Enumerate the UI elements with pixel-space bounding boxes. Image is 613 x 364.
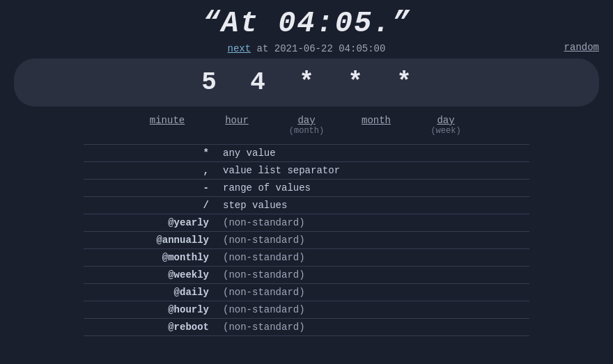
ref-row: @yearly(non-standard) <box>84 214 529 231</box>
ref-value: step values <box>223 200 287 211</box>
ref-key: - <box>84 182 223 193</box>
ref-value: (non-standard) <box>223 252 305 263</box>
next-datetime: at 2021-06-22 04:05:00 <box>257 43 386 54</box>
col-day-week-sublabel: (week) <box>411 126 481 136</box>
ref-key: @hourly <box>84 304 223 315</box>
ref-key: @reboot <box>84 322 223 333</box>
ref-key: * <box>84 148 223 159</box>
col-day-week: day (week) <box>411 115 481 136</box>
column-headers: minute hour day (month) month day (week) <box>0 115 613 136</box>
ref-row: @annually(non-standard) <box>84 231 529 248</box>
col-minute: minute <box>132 115 202 136</box>
col-day-month: day (month) <box>272 115 341 136</box>
ref-row: @reboot(non-standard) <box>84 318 529 336</box>
token-month[interactable]: * <box>341 68 369 97</box>
ref-key: / <box>84 200 223 211</box>
col-month: month <box>341 115 411 136</box>
ref-key: @monthly <box>84 252 223 263</box>
col-day-month-sublabel: (month) <box>272 126 341 136</box>
col-day-month-label[interactable]: day <box>272 115 341 126</box>
ref-row: @hourly(non-standard) <box>84 301 529 318</box>
ref-value: (non-standard) <box>223 217 305 228</box>
next-link[interactable]: next <box>228 43 251 54</box>
token-minute[interactable]: 5 <box>195 68 223 97</box>
ref-key: @daily <box>84 287 223 298</box>
ref-row: @daily(non-standard) <box>84 283 529 301</box>
ref-key: @yearly <box>84 217 223 228</box>
token-bar: 5 4 * * * <box>14 58 599 106</box>
ref-value: any value <box>223 148 276 159</box>
random-button[interactable]: random <box>564 42 599 53</box>
token-day-month[interactable]: * <box>293 68 320 97</box>
ref-row: @weekly(non-standard) <box>84 266 529 283</box>
ref-value: range of values <box>223 182 311 193</box>
cron-title: “At 04:05.” <box>0 7 613 40</box>
col-month-label[interactable]: month <box>341 115 411 126</box>
col-hour-label[interactable]: hour <box>202 115 272 126</box>
reference-table: *any value,value list separator-range of… <box>84 144 529 336</box>
ref-key: , <box>84 165 223 176</box>
ref-value: (non-standard) <box>223 269 305 280</box>
token-day-week[interactable]: * <box>390 68 418 97</box>
ref-value: (non-standard) <box>223 235 305 246</box>
ref-value: (non-standard) <box>223 304 305 315</box>
token-hour[interactable]: 4 <box>244 68 272 97</box>
ref-row: /step values <box>84 196 529 214</box>
ref-row: -range of values <box>84 179 529 196</box>
ref-value: (non-standard) <box>223 322 305 333</box>
next-line: next at 2021-06-22 04:05:00 <box>0 43 613 54</box>
col-day-week-label[interactable]: day <box>411 115 481 126</box>
ref-row: *any value <box>84 144 529 161</box>
ref-row: @monthly(non-standard) <box>84 248 529 266</box>
ref-value: (non-standard) <box>223 287 305 298</box>
ref-value: value list separator <box>223 165 340 176</box>
ref-key: @weekly <box>84 269 223 280</box>
ref-row: ,value list separator <box>84 161 529 179</box>
header: “At 04:05.” next at 2021-06-22 04:05:00 <box>0 0 613 58</box>
col-hour: hour <box>202 115 272 136</box>
col-minute-label[interactable]: minute <box>132 115 202 126</box>
ref-key: @annually <box>84 235 223 246</box>
